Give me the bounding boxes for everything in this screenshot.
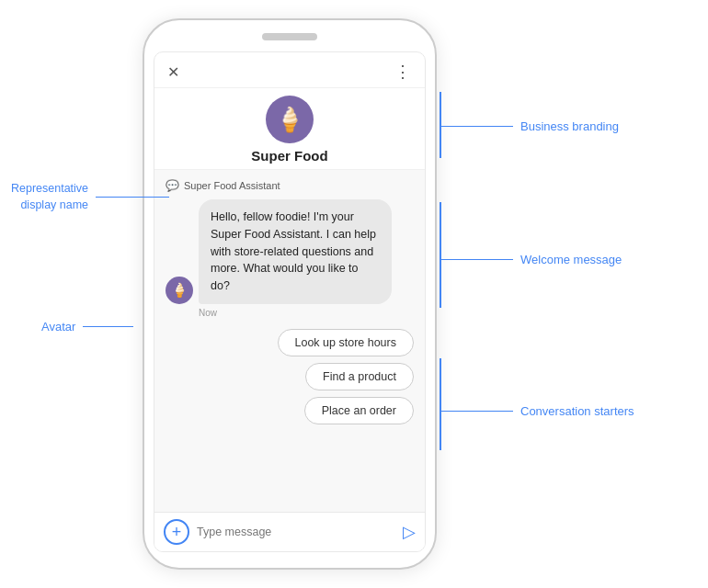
message-input[interactable]: [197, 526, 395, 538]
chip-find-product[interactable]: Find a product: [305, 363, 414, 390]
brand-logo: 🍦: [266, 96, 314, 143]
send-button[interactable]: ▷: [403, 522, 416, 542]
add-button[interactable]: +: [164, 519, 189, 545]
page-container: ✕ ⋮ 🍦 Super Food 💬 Super Food Assistant: [0, 0, 708, 588]
suggestions-container: Look up store hours Find a product Place…: [166, 325, 414, 432]
vline-welcome: [440, 202, 441, 308]
vline-conv: [440, 358, 441, 450]
annotation-welcome-text: Welcome message: [520, 253, 622, 266]
close-button[interactable]: ✕: [167, 63, 179, 81]
annotation-conversation-starters: Conversation starters: [440, 404, 634, 418]
representative-label: 💬 Super Food Assistant: [166, 179, 414, 192]
avatar-circle: 🍦: [166, 277, 193, 304]
chip-look-up-store-hours[interactable]: Look up store hours: [278, 329, 415, 356]
message-timestamp: Now: [199, 308, 414, 318]
input-bar: + ▷: [154, 512, 425, 551]
annotation-business-branding: Business branding: [440, 119, 619, 133]
annotation-conv-text: Conversation starters: [520, 404, 634, 418]
message-bubble: Hello, fellow foodie! I'm your Super Foo…: [199, 199, 392, 304]
chat-area: 💬 Super Food Assistant 🍦 Hello, fellow f…: [154, 170, 425, 512]
message-row: 🍦 Hello, fellow foodie! I'm your Super F…: [166, 199, 414, 304]
brand-emoji: 🍦: [275, 106, 304, 134]
annotation-rep-name: Representativedisplay name: [11, 181, 169, 213]
more-button[interactable]: ⋮: [394, 62, 412, 82]
phone-mockup: ✕ ⋮ 🍦 Super Food 💬 Super Food Assistant: [143, 18, 437, 570]
vline-business: [440, 92, 441, 158]
avatar-emoji: 🍦: [171, 282, 188, 299]
phone-screen: ✕ ⋮ 🍦 Super Food 💬 Super Food Assistant: [154, 51, 426, 552]
annotation-avatar: Avatar: [41, 320, 133, 334]
brand-section: 🍦 Super Food: [154, 88, 425, 170]
chip-place-order[interactable]: Place an order: [304, 397, 414, 424]
screen-topbar: ✕ ⋮: [154, 52, 425, 88]
brand-name: Super Food: [251, 148, 327, 164]
phone-notch: [262, 33, 317, 40]
annotation-welcome-message: Welcome message: [440, 253, 622, 266]
annotation-business-branding-text: Business branding: [520, 119, 619, 133]
rep-name: Super Food Assistant: [184, 180, 280, 191]
